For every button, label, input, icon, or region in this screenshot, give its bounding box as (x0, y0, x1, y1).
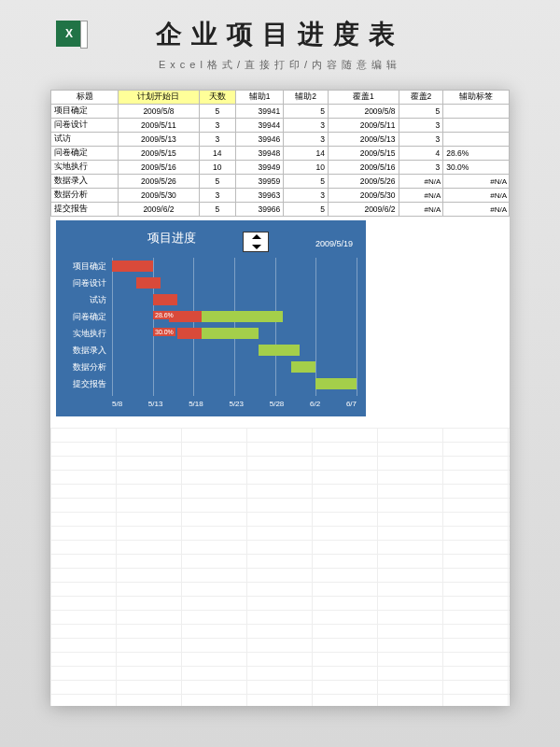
gantt-bar (177, 328, 202, 339)
gantt-bar (136, 277, 161, 289)
table-row[interactable]: 项目确定2009/5/853994152009/5/85 (51, 105, 510, 119)
chart-y-label: 提交报告 (56, 375, 110, 392)
date-spinner[interactable] (243, 232, 269, 252)
excel-icon: X (56, 21, 82, 47)
col-days[interactable]: 天数 (199, 91, 236, 105)
chart-x-label: 5/13 (148, 400, 163, 413)
chart-title: 项目进度 (147, 230, 196, 247)
gantt-bar (259, 345, 300, 356)
chart-x-labels: 5/85/135/185/235/286/26/7 (112, 400, 357, 413)
bar-percent-label: 28.6% (153, 311, 175, 319)
spreadsheet[interactable]: 标题 计划开始日 天数 辅助1 辅助2 覆盖1 覆盖2 辅助标签 项目确定200… (50, 90, 510, 706)
col-c1[interactable]: 覆盖1 (328, 91, 399, 105)
col-c2[interactable]: 覆盖2 (399, 91, 443, 105)
table-row[interactable]: 数据录入2009/5/2653995952009/5/26#N/A#N/A (51, 175, 510, 189)
table-row[interactable]: 提交报告2009/6/253996652009/6/2#N/A#N/A (51, 203, 510, 217)
data-table[interactable]: 标题 计划开始日 天数 辅助1 辅助2 覆盖1 覆盖2 辅助标签 项目确定200… (50, 90, 510, 217)
gantt-bar (315, 378, 357, 389)
col-start[interactable]: 计划开始日 (119, 91, 199, 105)
bar-percent-label: 30.0% (153, 328, 175, 336)
chart-x-label: 6/2 (310, 400, 320, 413)
chart-plot-area: 28.6%30.0% (112, 258, 357, 396)
table-row[interactable]: 问卷确定2009/5/151439948142009/5/15428.6% (51, 147, 510, 161)
chart-y-label: 实地执行 (56, 325, 110, 342)
gantt-chart: 项目进度 2009/5/19 项目确定问卷设计试访问卷确定实地执行数据录入数据分… (56, 220, 366, 416)
chart-y-label: 数据分析 (56, 359, 110, 375)
gantt-bar (291, 361, 315, 373)
chart-current-date: 2009/5/19 (315, 239, 353, 248)
chart-y-label: 项目确定 (56, 258, 110, 275)
chart-x-label: 5/28 (270, 400, 285, 413)
table-row[interactable]: 问卷设计2009/5/1133994432009/5/113 (51, 119, 510, 133)
gantt-bar (153, 294, 177, 305)
page-subtitle: Excel格式/直接打印/内容随意编辑 (0, 58, 560, 72)
chart-y-label: 试访 (56, 291, 110, 308)
chart-y-label: 问卷设计 (56, 275, 110, 291)
chart-y-labels: 项目确定问卷设计试访问卷确定实地执行数据录入数据分析提交报告 (56, 258, 110, 396)
table-row[interactable]: 实地执行2009/5/161039949102009/5/16330.0% (51, 161, 510, 175)
gantt-bar (202, 311, 283, 322)
chart-x-label: 5/23 (229, 400, 244, 413)
chart-y-label: 数据录入 (56, 342, 110, 359)
chart-x-label: 6/7 (346, 400, 357, 413)
chart-y-label: 问卷确定 (56, 308, 110, 325)
chart-x-label: 5/18 (189, 400, 203, 413)
col-title[interactable]: 标题 (51, 91, 119, 105)
col-a2[interactable]: 辅助2 (284, 91, 329, 105)
gantt-bar (112, 261, 153, 272)
col-a1[interactable]: 辅助1 (236, 91, 284, 105)
gantt-bar (202, 328, 259, 339)
col-tag[interactable]: 辅助标签 (443, 91, 510, 105)
empty-grid[interactable] (50, 428, 510, 706)
table-row[interactable]: 试访2009/5/1333994632009/5/133 (51, 133, 510, 147)
table-row[interactable]: 数据分析2009/5/3033996332009/5/30#N/A#N/A (51, 189, 510, 203)
chart-x-label: 5/8 (112, 400, 122, 413)
